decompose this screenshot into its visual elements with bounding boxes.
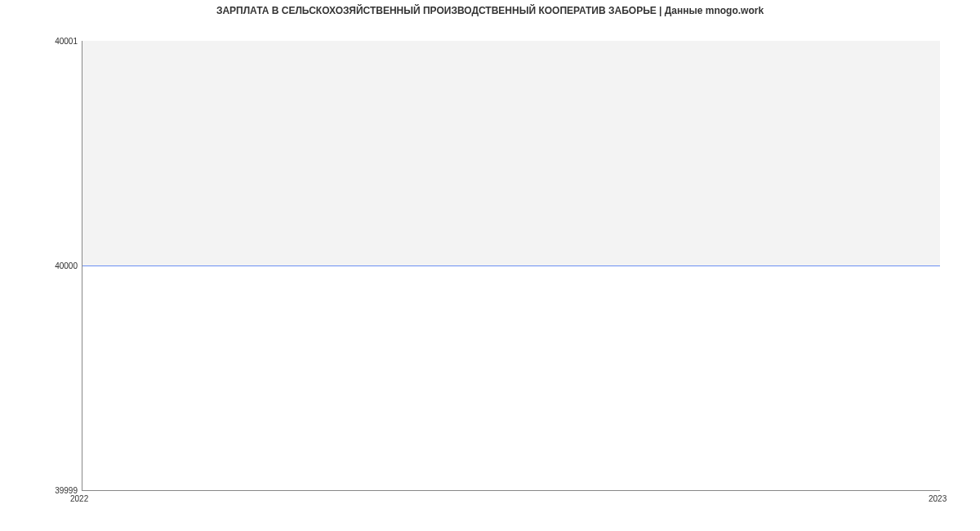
y-tick-top: 40001 — [4, 37, 78, 46]
chart-title: ЗАРПЛАТА В СЕЛЬСКОХОЗЯЙСТВЕННЫЙ ПРОИЗВОД… — [0, 5, 980, 16]
area-fill — [82, 41, 940, 266]
x-tick-left: 2022 — [70, 494, 88, 503]
salary-chart: ЗАРПЛАТА В СЕЛЬСКОХОЗЯЙСТВЕННЫЙ ПРОИЗВОД… — [0, 0, 980, 531]
plot-area — [82, 41, 940, 491]
y-tick-bottom: 39999 — [4, 486, 78, 495]
series-line — [82, 266, 940, 266]
y-tick-middle: 40000 — [4, 261, 78, 270]
x-tick-right: 2023 — [929, 494, 947, 503]
